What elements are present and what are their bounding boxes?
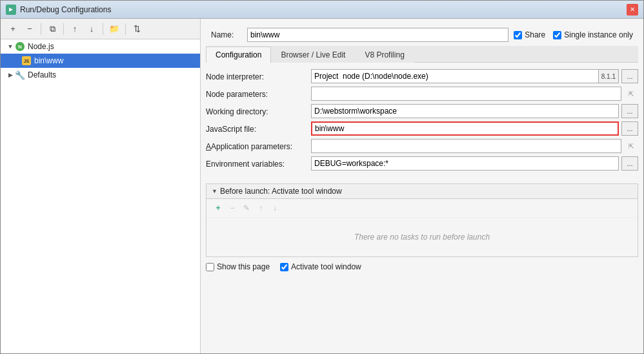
node-parameters-label: Node parameters: xyxy=(206,87,306,101)
show-page-label: Show this page xyxy=(217,262,270,271)
env-variables-input[interactable] xyxy=(311,156,619,171)
share-label: Share xyxy=(525,30,545,39)
main-content: + − ⧉ ↑ ↓ 📁 ⇅ ▼ N Node.js xyxy=(1,19,643,353)
launch-edit-button[interactable]: ✎ xyxy=(240,202,253,214)
name-section: Name: xyxy=(211,28,508,42)
share-checkbox[interactable] xyxy=(514,31,522,39)
binwww-icon: JS xyxy=(21,56,32,66)
share-checkbox-label[interactable]: Share xyxy=(514,30,545,39)
tree-item-defaults[interactable]: ▶ 🔧 Defaults xyxy=(1,68,200,82)
node-interpreter-row: 8.1.1 ... xyxy=(311,69,638,83)
show-page-checkbox-label[interactable]: Show this page xyxy=(206,262,270,271)
remove-config-button[interactable]: − xyxy=(23,22,37,36)
window-icon: ▶ xyxy=(6,5,16,15)
copy-config-button[interactable]: ⧉ xyxy=(45,22,59,36)
show-page-checkbox[interactable] xyxy=(206,263,214,271)
share-section: Share Single instance only xyxy=(514,30,633,39)
defaults-icon: 🔧 xyxy=(15,70,25,80)
defaults-arrow: ▶ xyxy=(6,70,15,79)
before-launch-empty: There are no tasks to run before launch xyxy=(206,218,638,256)
single-instance-checkbox-label[interactable]: Single instance only xyxy=(553,30,633,39)
javascript-file-browse-btn[interactable]: ... xyxy=(621,121,638,136)
node-parameters-row: ⇱ xyxy=(311,87,638,101)
sort-button[interactable]: ⇅ xyxy=(130,22,144,36)
left-panel: + − ⧉ ↑ ↓ 📁 ⇅ ▼ N Node.js xyxy=(1,19,201,353)
toolbar-separator-3 xyxy=(103,23,103,35)
tab-v8-profiling[interactable]: V8 Profiling xyxy=(355,47,414,63)
name-label: Name: xyxy=(211,30,243,39)
tabs-bar: Configuration Browser / Live Edit V8 Pro… xyxy=(206,46,638,63)
launch-add-button[interactable]: + xyxy=(212,202,225,214)
javascript-file-input[interactable] xyxy=(311,121,619,136)
before-launch-title: Before launch: Activate tool window xyxy=(220,187,342,196)
header-row: Name: Share Single instance only xyxy=(206,24,638,46)
node-version-dropdown[interactable]: 8.1.1 xyxy=(598,69,619,83)
main-window: ▶ Run/Debug Configurations ✕ + − ⧉ ↑ ↓ 📁… xyxy=(0,0,644,354)
move-down-button[interactable]: ↓ xyxy=(85,22,99,36)
node-parameters-expand[interactable]: ⇱ xyxy=(624,87,638,101)
before-launch-section: ▼ Before launch: Activate tool window + … xyxy=(206,183,638,257)
folder-button[interactable]: 📁 xyxy=(107,22,121,36)
working-directory-row: ... xyxy=(311,104,638,118)
close-button[interactable]: ✕ xyxy=(627,4,638,16)
env-variables-row: ... xyxy=(311,156,638,171)
name-input[interactable] xyxy=(247,28,508,42)
nodejs-icon: N xyxy=(15,41,25,52)
launch-move-down-button[interactable]: ↓ xyxy=(268,202,281,214)
node-interpreter-combo: 8.1.1 xyxy=(311,69,619,83)
add-config-button[interactable]: + xyxy=(6,22,20,36)
right-panel: Name: Share Single instance only Confi xyxy=(201,19,643,353)
launch-move-up-button[interactable]: ↑ xyxy=(254,202,267,214)
nodejs-arrow: ▼ xyxy=(6,42,15,51)
node-parameters-input[interactable] xyxy=(311,87,621,101)
window-title: Run/Debug Configurations xyxy=(20,5,627,14)
tab-browser-live-edit[interactable]: Browser / Live Edit xyxy=(271,47,355,63)
working-directory-input[interactable] xyxy=(311,104,619,118)
tab-configuration[interactable]: Configuration xyxy=(206,47,271,63)
javascript-file-label: JavaScript file: xyxy=(206,121,306,136)
title-controls: ✕ xyxy=(627,4,638,16)
activate-window-checkbox-label[interactable]: Activate tool window xyxy=(280,262,361,271)
app-parameters-row: ⇱ xyxy=(311,139,638,153)
env-variables-label: Environment variables: xyxy=(206,156,306,171)
tree-item-nodejs[interactable]: ▼ N Node.js xyxy=(1,39,200,54)
defaults-label: Defaults xyxy=(28,70,56,79)
launch-remove-button[interactable]: − xyxy=(226,202,239,214)
toolbar-separator-2 xyxy=(63,23,64,35)
form-fields: Node interpreter: 8.1.1 ... Node paramet… xyxy=(206,69,638,171)
bottom-options: Show this page Activate tool window xyxy=(206,262,638,271)
tree-item-binwww[interactable]: JS bin\www xyxy=(1,54,200,68)
app-parameters-input[interactable] xyxy=(311,139,621,153)
binwww-label: bin\www xyxy=(34,56,63,65)
working-directory-browse-btn[interactable]: ... xyxy=(621,104,638,118)
launch-arrow-icon: ▼ xyxy=(212,188,217,194)
node-interpreter-label: Node interpreter: xyxy=(206,69,306,83)
before-launch-toolbar: + − ✎ ↑ ↓ xyxy=(206,199,638,218)
title-bar: ▶ Run/Debug Configurations ✕ xyxy=(1,1,643,19)
toolbar-separator-4 xyxy=(125,23,126,35)
nodejs-label: Node.js xyxy=(28,42,54,51)
node-interpreter-input[interactable] xyxy=(311,69,598,83)
app-parameters-expand[interactable]: ⇱ xyxy=(624,139,638,153)
javascript-file-row: ... xyxy=(311,121,638,136)
node-interpreter-browse-btn[interactable]: ... xyxy=(621,69,638,83)
activate-window-checkbox[interactable] xyxy=(280,263,288,271)
working-directory-label: Working directory: xyxy=(206,104,306,118)
activate-window-label: Activate tool window xyxy=(291,262,361,271)
before-launch-header: ▼ Before launch: Activate tool window xyxy=(206,184,638,199)
tree-toolbar: + − ⧉ ↑ ↓ 📁 ⇅ xyxy=(1,19,200,39)
toolbar-separator xyxy=(41,23,41,35)
single-instance-label: Single instance only xyxy=(564,30,633,39)
env-variables-browse-btn[interactable]: ... xyxy=(621,156,638,171)
move-up-button[interactable]: ↑ xyxy=(68,22,82,36)
single-instance-checkbox[interactable] xyxy=(553,31,561,39)
app-parameters-label: AApplication parameters: xyxy=(206,139,306,153)
